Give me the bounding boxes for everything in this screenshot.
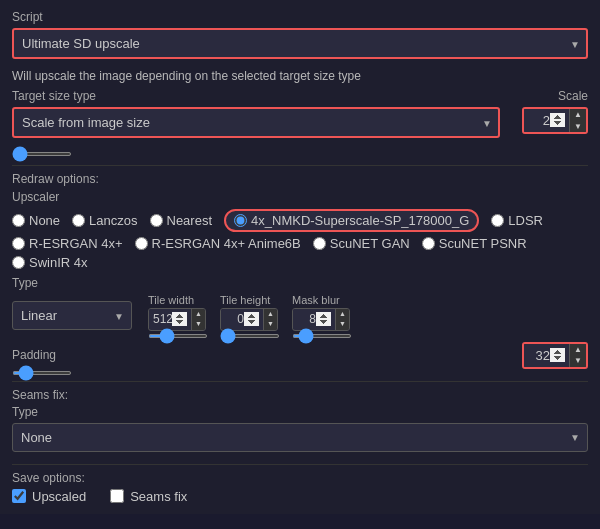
description-text: Will upscale the image depending on the … [12,69,588,83]
tile-width-up[interactable]: ▲ [192,309,205,319]
upscaler-resrgan4x[interactable]: R-ESRGAN 4x+ [12,236,123,251]
mask-blur-up[interactable]: ▲ [336,309,349,319]
seams-type-select[interactable]: None Band pass Half tile offset pass Hal… [12,423,588,452]
padding-slider-row [12,371,588,375]
mask-blur-spin: ▲ ▼ [335,309,349,330]
tile-group: Tile width ▲ ▼ Tile height [148,294,588,338]
upscaled-checkbox[interactable] [12,489,26,503]
upscaler-4x-nmkd[interactable]: 4x_NMKD-Superscale-SP_178000_G [224,209,479,232]
scale-up-btn[interactable]: ▲ [570,109,586,121]
padding-down-btn[interactable]: ▼ [570,355,586,367]
mask-blur-slider[interactable] [292,334,352,338]
target-size-col: Target size type Scale from image size C… [12,89,500,159]
save-section: Save options: Upscaled Seams fix [12,471,588,504]
upscaler-radio-group-3: SwinIR 4x [12,255,588,270]
padding-spin-btns: ▲ ▼ [569,344,586,367]
upscaled-checkbox-item[interactable]: Upscaled [12,489,86,504]
padding-up-btn[interactable]: ▲ [570,344,586,356]
seams-fix-checkbox[interactable] [110,489,124,503]
seams-type-select-wrapper[interactable]: None Band pass Half tile offset pass Hal… [12,423,588,452]
seams-fix-checkbox-item[interactable]: Seams fix [110,489,187,504]
seams-fix-save-label: Seams fix [130,489,187,504]
upscaler-ldsr[interactable]: LDSR [491,209,543,232]
tile-height-spin: ▲ ▼ [263,309,277,330]
script-select[interactable]: Ultimate SD upscale [12,28,588,59]
divider-2 [12,381,588,382]
tile-height-input[interactable] [221,309,263,329]
upscaled-label: Upscaled [32,489,86,504]
seams-fix-label: Seams fix: [12,388,588,402]
scale-down-btn[interactable]: ▼ [570,121,586,133]
redraw-label: Redraw options: [12,172,588,186]
tile-width-input[interactable] [149,309,191,329]
padding-label: Padding [12,348,56,362]
upscaler-radio-group-2: R-ESRGAN 4x+ R-ESRGAN 4x+ Anime6B ScuNET… [12,236,588,251]
upscaler-none[interactable]: None [12,209,60,232]
upscaler-resrgan4x-anime[interactable]: R-ESRGAN 4x+ Anime6B [135,236,301,251]
scale-spin-btns: ▲ ▼ [569,109,586,132]
type-label: Type [12,276,588,290]
padding-section: Padding ▲ ▼ [12,342,588,375]
divider-3 [12,464,588,465]
seams-type-label: Type [12,405,588,419]
tile-width-slider[interactable] [148,334,208,338]
type-select[interactable]: Linear Chess None [12,301,132,330]
seams-section: Seams fix: Type None Band pass Half tile… [12,388,588,458]
target-size-select[interactable]: Scale from image size Custom size [12,107,500,138]
upscaler-radio-group: None Lanczos Nearest 4x_NMKD-Superscale-… [12,209,588,232]
upscaler-swinir[interactable]: SwinIR 4x [12,255,88,270]
main-container: Script Ultimate SD upscale Will upscale … [0,0,600,514]
padding-slider[interactable] [12,371,72,375]
target-scale-row: Target size type Scale from image size C… [12,89,588,159]
checkbox-group: Upscaled Seams fix [12,489,588,504]
type-section: Type Linear Chess None Tile width ▲ [12,276,588,338]
scale-label: Scale [558,89,588,103]
tile-height-slider[interactable] [220,334,280,338]
target-size-select-wrapper[interactable]: Scale from image size Custom size [12,107,500,138]
tile-height-item: Tile height ▲ ▼ [220,294,280,338]
tile-height-label: Tile height [220,294,270,306]
tile-width-label: Tile width [148,294,194,306]
upscaler-nearest[interactable]: Nearest [150,209,213,232]
type-row: Linear Chess None Tile width ▲ ▼ [12,294,588,338]
target-size-slider[interactable] [12,152,72,156]
mask-blur-label: Mask blur [292,294,340,306]
script-label: Script [12,10,588,24]
type-select-wrapper[interactable]: Linear Chess None [12,301,132,330]
scale-col: Scale 2 ▲ ▼ [508,89,588,134]
padding-input[interactable] [524,344,569,367]
scale-input-wrapper[interactable]: 2 ▲ ▼ [522,107,588,134]
tile-height-up[interactable]: ▲ [264,309,277,319]
mask-blur-input[interactable] [293,309,335,329]
tile-width-item: Tile width ▲ ▼ [148,294,208,338]
upscaler-scunet-gan[interactable]: ScuNET GAN [313,236,410,251]
tile-width-spin: ▲ ▼ [191,309,205,330]
scale-input[interactable]: 2 [524,109,569,132]
mask-blur-item: Mask blur ▲ ▼ [292,294,352,338]
save-options-label: Save options: [12,471,588,485]
upscaler-lanczos[interactable]: Lanczos [72,209,137,232]
upscaler-label: Upscaler [12,190,588,204]
script-select-wrapper[interactable]: Ultimate SD upscale [12,28,588,59]
padding-input-wrapper[interactable]: ▲ ▼ [522,342,588,369]
upscaler-scunet-psnr[interactable]: ScuNET PSNR [422,236,527,251]
divider-1 [12,165,588,166]
padding-row: Padding ▲ ▼ [12,342,588,369]
target-size-label: Target size type [12,89,500,103]
